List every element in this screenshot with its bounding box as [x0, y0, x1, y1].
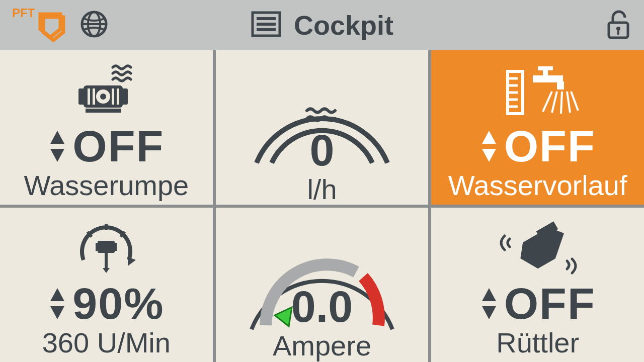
svg-line-33: [552, 92, 557, 113]
unlock-icon[interactable]: [603, 9, 632, 42]
svg-marker-48: [50, 288, 64, 301]
tile-value: 90%: [72, 278, 164, 329]
svg-rect-44: [96, 243, 99, 251]
page-title: Cockpit: [294, 10, 393, 41]
gauge-value: 0: [216, 125, 429, 176]
svg-rect-31: [557, 81, 564, 89]
tile-ampere[interactable]: 0.0 Ampere: [216, 208, 429, 362]
svg-rect-15: [88, 88, 90, 105]
header-right: [603, 9, 632, 42]
svg-rect-17: [112, 88, 114, 105]
svg-marker-20: [50, 131, 64, 144]
svg-rect-9: [617, 30, 619, 35]
svg-rect-46: [105, 253, 108, 268]
svg-rect-16: [93, 88, 95, 105]
brand-text: PFT: [12, 6, 35, 20]
svg-rect-43: [98, 241, 115, 253]
tile-label: 360 U/Min: [42, 326, 171, 359]
tile-label: Wasservorlauf: [448, 169, 627, 202]
tile-grid: OFF Wasserumpe 0 l/h: [0, 50, 644, 362]
svg-line-34: [561, 92, 562, 114]
tile-ruettler[interactable]: OFF Rüttler: [431, 208, 644, 362]
svg-line-32: [543, 92, 552, 112]
menu-icon[interactable]: [251, 11, 282, 40]
svg-marker-49: [50, 306, 64, 319]
tile-value: OFF: [504, 121, 596, 172]
tile-value: OFF: [504, 278, 596, 329]
vibrator-icon: [498, 221, 578, 276]
up-down-icon: [480, 286, 498, 321]
tile-speed[interactable]: 90% 360 U/Min: [0, 208, 213, 362]
svg-marker-38: [482, 149, 496, 162]
tile-label: Wasserumpe: [24, 169, 189, 202]
svg-line-35: [567, 92, 570, 113]
gauge-value: 0.0: [216, 281, 429, 332]
svg-marker-42: [128, 257, 136, 266]
gauge-unit: l/h: [216, 173, 429, 206]
tile-value: OFF: [72, 121, 164, 172]
svg-rect-19: [86, 109, 121, 113]
pump-icon: [68, 63, 144, 119]
tile-wasserumpe[interactable]: OFF Wasserumpe: [0, 50, 213, 205]
svg-marker-37: [482, 131, 496, 144]
svg-line-36: [571, 92, 578, 111]
rpm-icon: [68, 221, 144, 276]
header-left: PFT: [12, 6, 109, 44]
svg-rect-45: [114, 243, 117, 251]
gauge-unit: Ampere: [216, 329, 429, 362]
svg-rect-12: [122, 88, 128, 105]
svg-marker-53: [482, 288, 496, 301]
svg-rect-11: [78, 88, 85, 105]
svg-marker-21: [50, 149, 64, 162]
tile-flow[interactable]: 0 l/h: [216, 50, 429, 205]
svg-rect-28: [533, 75, 563, 82]
up-down-icon: [48, 129, 66, 164]
water-inlet-icon: [493, 63, 583, 119]
svg-marker-47: [103, 268, 110, 273]
globe-icon[interactable]: [79, 10, 109, 41]
tile-label: Rüttler: [496, 326, 579, 359]
up-down-icon: [480, 129, 498, 164]
brand-logo: PFT: [12, 6, 67, 44]
up-down-icon: [48, 286, 66, 321]
tile-wasservorlauf[interactable]: OFF Wasservorlauf: [431, 50, 644, 205]
svg-rect-30: [538, 66, 553, 70]
header-center: Cockpit: [251, 10, 393, 41]
svg-marker-54: [482, 306, 496, 319]
header-bar: PFT Cockpit: [0, 0, 644, 50]
svg-rect-18: [117, 88, 119, 105]
svg-point-14: [100, 94, 106, 100]
